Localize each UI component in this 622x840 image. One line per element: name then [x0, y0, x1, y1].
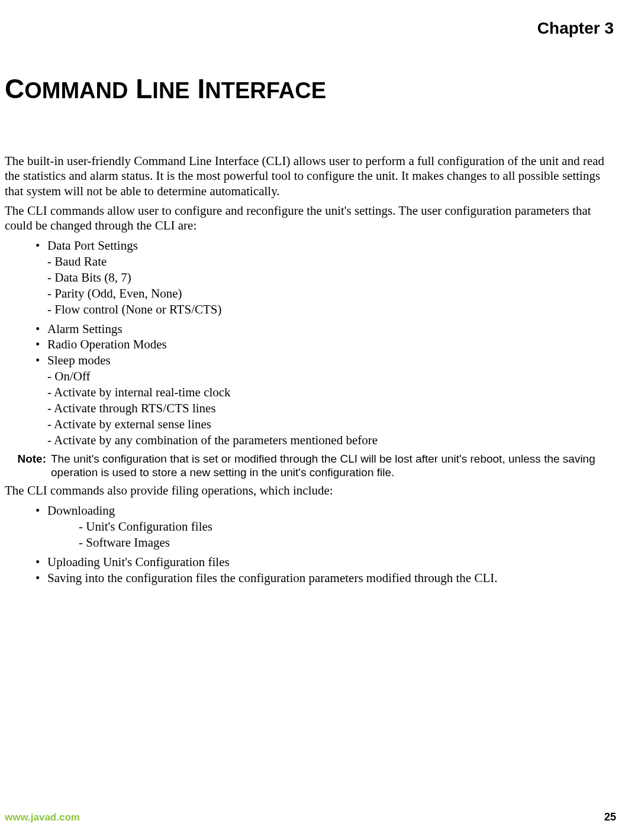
sub-item: - Unit's Configuration files [5, 519, 617, 535]
sub-item: - Flow control (None or RTS/CTS) [5, 302, 617, 318]
list-item: Uploading Unit's Configuration files [5, 554, 617, 570]
note-body: The unit's configuration that is set or … [51, 452, 617, 480]
list-item: Saving into the configuration files the … [5, 570, 617, 586]
title-word-3b: NTERFACE [205, 78, 326, 103]
intro-paragraph-1: The built-in user-friendly Command Line … [5, 154, 617, 199]
sub-item: - Data Bits (8, 7) [5, 270, 617, 286]
paragraph-3: The CLI commands also provide filing ope… [5, 483, 617, 498]
sub-item: - On/Off [5, 369, 617, 385]
sub-item: - Activate by any combination of the par… [5, 432, 617, 448]
list-item: Sleep modes [5, 353, 617, 369]
sub-item: - Baud Rate [5, 254, 617, 270]
chapter-label: Chapter 3 [5, 19, 614, 38]
sub-item: - Activate through RTS/CTS lines [5, 400, 617, 416]
page-footer: www.javad.com 25 [5, 811, 616, 823]
intro-paragraph-2: The CLI commands allow user to configure… [5, 203, 617, 233]
parameter-list: Data Port Settings [5, 238, 617, 254]
footer-url: www.javad.com [5, 812, 80, 823]
title-word-1b: OMMAND [24, 78, 128, 103]
list-item: Downloading [5, 503, 617, 519]
list-item: Alarm Settings [5, 321, 617, 337]
filing-list: Downloading [5, 503, 617, 519]
sub-item: - Activate by external sense lines [5, 416, 617, 432]
parameter-list: Alarm Settings Radio Operation Modes Sle… [5, 321, 617, 369]
list-item: Radio Operation Modes [5, 337, 617, 353]
sub-item: - Activate by internal real-time clock [5, 385, 617, 400]
title-word-3a: I [197, 73, 205, 104]
title-word-2b: INE [152, 78, 189, 103]
note-label: Note: [5, 452, 51, 466]
filing-list: Uploading Unit's Configuration files Sav… [5, 554, 617, 586]
title-word-1a: C [5, 73, 24, 104]
sub-item: - Parity (Odd, Even, None) [5, 286, 617, 302]
list-item: Data Port Settings [5, 238, 617, 254]
footer-page-number: 25 [604, 811, 616, 823]
page-title: COMMAND LINE INTERFACE [5, 75, 617, 103]
note-block: Note: The unit's configuration that is s… [5, 452, 617, 480]
sub-item: - Software Images [5, 535, 617, 551]
title-word-2a: L [136, 73, 152, 104]
